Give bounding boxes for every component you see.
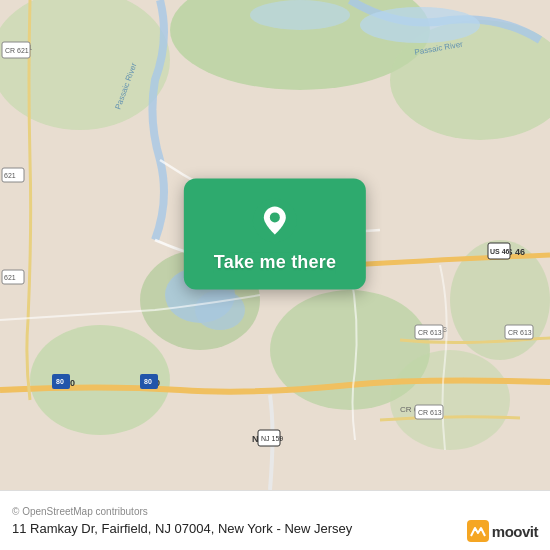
- location-pin-icon: [253, 198, 297, 242]
- svg-point-9: [360, 7, 480, 43]
- svg-text:US 46: US 46: [490, 248, 510, 255]
- svg-text:621: 621: [4, 172, 16, 179]
- svg-text:NJ 159: NJ 159: [261, 435, 283, 442]
- svg-text:CR 613: CR 613: [508, 329, 532, 336]
- svg-point-7: [390, 350, 510, 450]
- svg-rect-49: [467, 520, 489, 542]
- moovit-logo: moovit: [467, 520, 538, 542]
- svg-text:CR 621: CR 621: [5, 47, 29, 54]
- copyright-text: © OpenStreetMap contributors: [12, 506, 148, 517]
- moovit-brand-text: moovit: [492, 523, 538, 540]
- take-me-there-button[interactable]: Take me there: [214, 252, 336, 273]
- svg-text:80: 80: [56, 378, 64, 385]
- svg-point-48: [270, 212, 280, 222]
- svg-text:80: 80: [144, 378, 152, 385]
- overlay-card: Take me there: [184, 178, 366, 289]
- svg-point-12: [195, 290, 245, 330]
- address-line: 11 Ramkay Dr, Fairfield, NJ 07004, New Y…: [12, 521, 538, 536]
- svg-text:CR 613: CR 613: [418, 329, 442, 336]
- svg-text:CR 613: CR 613: [418, 409, 442, 416]
- svg-point-10: [250, 0, 350, 30]
- copyright-line: © OpenStreetMap contributors: [12, 506, 538, 517]
- svg-text:621: 621: [4, 274, 16, 281]
- bottom-bar: © OpenStreetMap contributors 11 Ramkay D…: [0, 490, 550, 550]
- moovit-icon: [467, 520, 489, 542]
- map-container: I 80 I 80 US 46 NJ 159 CR 621 621 621 CR…: [0, 0, 550, 490]
